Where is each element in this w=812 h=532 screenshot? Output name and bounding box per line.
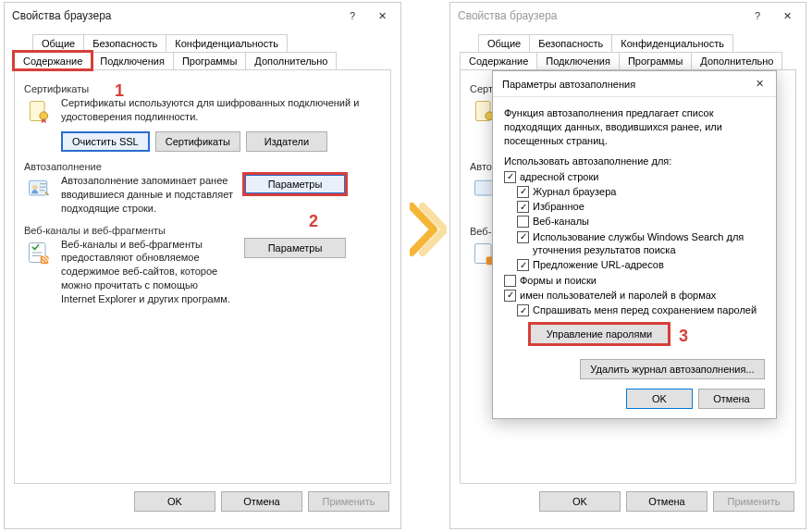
checkbox-box[interactable] [517, 304, 529, 316]
tabs: Общие Безопасность Конфиденциальность Со… [14, 34, 391, 484]
titlebar-right: Свойства браузера ? ✕ [450, 3, 806, 29]
manage-passwords-button[interactable]: Управление паролями [530, 324, 669, 344]
tab-connections[interactable]: Подключения [91, 52, 174, 69]
footer: OK Отмена Применить [5, 484, 400, 519]
use-autofill-label: Использовать автозаполнение для: [504, 155, 765, 167]
titlebar: Свойства браузера ? ✕ [5, 3, 400, 29]
tab-content-r[interactable]: Содержание [460, 52, 537, 69]
checkbox-box[interactable] [517, 216, 529, 228]
ok-button-r[interactable]: OK [539, 491, 621, 512]
dialog-close-button[interactable]: ✕ [748, 74, 770, 94]
tab-security-r[interactable]: Безопасность [529, 34, 612, 52]
tab-panel: 1 Сертификаты Сертификаты используются д… [14, 69, 391, 484]
tab-general[interactable]: Общие [32, 34, 84, 52]
checkbox-1[interactable]: Журнал браузера [517, 185, 765, 198]
tab-programs[interactable]: Программы [173, 52, 246, 69]
close-button[interactable]: ✕ [367, 6, 397, 26]
window-title-right: Свойства браузера [458, 9, 743, 22]
autofill-settings-dialog: Параметры автозаполнения ✕ Функция автоз… [492, 70, 777, 419]
tab-general-r[interactable]: Общие [478, 34, 530, 52]
certificates-button[interactable]: Сертификаты [155, 131, 240, 152]
checkbox-2[interactable]: Избранное [517, 200, 765, 213]
certificates-desc: Сертификаты используются для шифрованных… [61, 96, 381, 124]
checkbox-4[interactable]: Использование службы Windows Search для … [517, 230, 765, 257]
checkbox-label: Избранное [533, 200, 584, 213]
dialog-titlebar: Параметры автозаполнения ✕ [493, 71, 776, 97]
checkbox-label: Веб-каналы [533, 215, 589, 228]
help-button[interactable]: ? [338, 6, 367, 26]
checkbox-box[interactable] [504, 171, 516, 183]
publishers-button[interactable]: Издатели [246, 131, 327, 152]
tab-privacy[interactable]: Конфиденциальность [166, 34, 288, 52]
clear-ssl-button[interactable]: Очистить SSL [61, 131, 150, 152]
checkbox-box[interactable] [517, 259, 529, 271]
autofill-icon [24, 174, 54, 204]
checkbox-label: Формы и поиски [520, 274, 597, 287]
browser-properties-window-left: Свойства браузера ? ✕ Общие Безопасность… [4, 2, 401, 529]
checkbox-label: адресной строки [520, 170, 598, 183]
tab-programs-r[interactable]: Программы [619, 52, 692, 69]
marker-3: 3 [679, 327, 688, 345]
checkbox-label: Использование службы Windows Search для … [533, 230, 765, 257]
apply-button[interactable]: Применить [308, 491, 389, 512]
help-button-right: ? [743, 6, 772, 26]
checkbox-label: Журнал браузера [533, 185, 616, 198]
checkbox-label: имен пользователей и паролей в формах [520, 289, 716, 302]
svg-rect-5 [41, 255, 49, 264]
checkbox-label: Предложение URL-адресов [533, 258, 664, 271]
checkbox-6[interactable]: Формы и поиски [504, 274, 765, 287]
checkbox-box[interactable] [517, 231, 529, 243]
checkbox-7[interactable]: имен пользователей и паролей в формах [504, 289, 765, 302]
dialog-desc: Функция автозаполнения предлагает список… [504, 106, 765, 148]
tab-advanced-r[interactable]: Дополнительно [691, 52, 782, 69]
checkbox-label: Спрашивать меня перед сохранением пароле… [533, 303, 757, 316]
tab-privacy-r[interactable]: Конфиденциальность [611, 34, 733, 52]
cancel-button[interactable]: Отмена [221, 491, 302, 512]
tab-advanced[interactable]: Дополнительно [245, 52, 337, 69]
svg-point-6 [42, 260, 43, 262]
checkbox-box[interactable] [517, 186, 529, 198]
footer-right: OK Отмена Применить [450, 484, 806, 519]
checkbox-5[interactable]: Предложение URL-адресов [517, 258, 765, 271]
feeds-params-button[interactable]: Параметры [244, 238, 346, 258]
dialog-title: Параметры автозаполнения [502, 79, 748, 90]
svg-rect-9 [475, 180, 493, 195]
tab-connections-r[interactable]: Подключения [536, 52, 620, 69]
dialog-ok-button[interactable]: OK [626, 389, 693, 409]
marker-1: 1 [115, 81, 124, 101]
feeds-icon [24, 238, 54, 267]
apply-button-r[interactable]: Применить [713, 491, 794, 512]
tab-security[interactable]: Безопасность [83, 34, 166, 52]
certificate-icon [24, 96, 54, 126]
close-button-right: ✕ [772, 6, 802, 26]
dialog-cancel-button[interactable]: Отмена [698, 389, 765, 409]
checkbox-box[interactable] [504, 290, 516, 302]
checkbox-0[interactable]: адресной строки [504, 170, 765, 183]
window-title: Свойства браузера [12, 9, 338, 22]
marker-2: 2 [309, 212, 318, 231]
feeds-desc: Веб-каналы и веб-фрагменты предоставляют… [61, 238, 237, 306]
tab-content[interactable]: Содержание [14, 52, 92, 69]
svg-point-3 [32, 185, 37, 190]
delete-autofill-history-button[interactable]: Удалить журнал автозаполнения... [580, 359, 765, 379]
ok-button[interactable]: OK [134, 491, 215, 512]
certificates-label: Сертификаты [24, 83, 381, 94]
checkbox-8[interactable]: Спрашивать меня перед сохранением пароле… [517, 303, 765, 316]
checkbox-list: адресной строкиЖурнал браузераИзбранноеВ… [504, 170, 765, 317]
svg-point-1 [40, 112, 48, 120]
autofill-label: Автозаполнение [24, 161, 381, 172]
arrow-icon [410, 202, 447, 259]
checkbox-box[interactable] [517, 201, 529, 213]
cancel-button-r[interactable]: Отмена [626, 491, 707, 512]
autofill-params-button[interactable]: Параметры [244, 174, 346, 194]
autofill-desc: Автозаполнение запоминает ранее вводивши… [61, 174, 237, 216]
feeds-label: Веб-каналы и веб-фрагменты [24, 225, 381, 236]
checkbox-box[interactable] [504, 275, 516, 287]
checkbox-3[interactable]: Веб-каналы [517, 215, 765, 228]
